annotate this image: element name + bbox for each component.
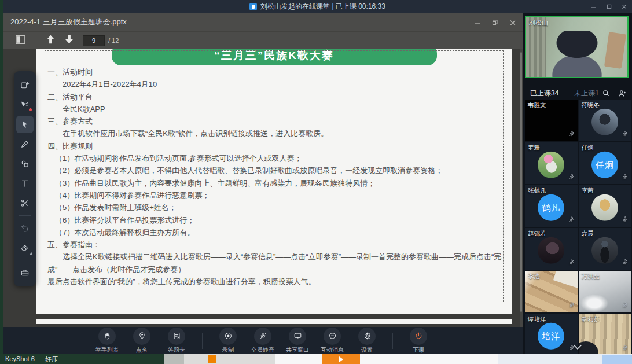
participant-tile[interactable]: 赵锦若 — [525, 228, 578, 270]
card-icon — [168, 328, 185, 345]
chat-icon — [324, 328, 341, 345]
power-icon — [410, 328, 427, 345]
page-down-icon[interactable] — [65, 35, 74, 46]
os-titlebar: 刘松山发起的在线课堂 | 已上课 00:16:33 — [3, 0, 632, 13]
toolbar-button-label: 全员静音 — [251, 346, 274, 354]
undo-icon[interactable] — [16, 219, 34, 237]
power-button[interactable]: 下课 — [401, 328, 436, 354]
toolbar-button-label: 答题卡 — [168, 346, 185, 354]
hand-button[interactable]: 举手列表 — [90, 328, 124, 354]
participant-name: 袁晨 — [582, 230, 594, 238]
doc-minimize-icon[interactable] — [475, 18, 480, 28]
mic-muted-icon — [622, 129, 629, 139]
slide-text-line: （7）本次活动最终解释权归主办方所有。 — [47, 226, 505, 238]
pen-icon[interactable] — [16, 135, 34, 153]
tab-online[interactable]: 已上课34 — [530, 89, 558, 98]
page-up-icon[interactable] — [46, 35, 55, 46]
teacher-video[interactable]: 刘松山 — [525, 16, 629, 78]
keyshot-taskbar-window: KeyShot 6 好压 — [0, 354, 164, 364]
avatar: 任炯 — [591, 152, 618, 178]
participant-tile[interactable]: 李浩 — [525, 271, 578, 312]
mic-off-button[interactable]: 全员静音 — [245, 328, 280, 354]
chat-button[interactable]: 互动消息 — [315, 328, 350, 354]
slide-text-line: 一、活动时间 — [47, 66, 505, 78]
page-total-label: / 12 — [108, 37, 119, 44]
avatar: 鹤凡 — [538, 194, 564, 221]
haozip-label: 好压 — [45, 355, 58, 364]
participant-tile[interactable]: 李茜 — [579, 185, 631, 227]
participant-name: 万洪喆 — [582, 273, 600, 281]
scissors-icon[interactable] — [16, 194, 34, 212]
page-number-input[interactable]: 9 — [83, 35, 105, 46]
slide-text-line: （4）比赛期间不得对参赛作品进行恶意刷票； — [47, 189, 505, 201]
toolbar-button-label: 录制 — [222, 346, 234, 354]
participant-tile[interactable]: 韦胜文 — [525, 100, 578, 141]
slide-text-line: 三、参赛方式 — [47, 115, 505, 127]
mic-muted-icon — [568, 300, 575, 311]
doc-restore-icon[interactable] — [492, 18, 498, 28]
toolbar-button-label: 举手列表 — [95, 346, 119, 354]
doc-close-icon[interactable] — [510, 18, 516, 28]
search-icon[interactable] — [602, 89, 610, 97]
slide-text-line: 在手机软件应用市场下载“全民K歌”软件，点击识别链接或推送，进入比赛歌房。 — [47, 127, 505, 139]
toolbox-icon[interactable] — [16, 264, 34, 281]
eraser-icon[interactable] — [16, 239, 34, 256]
screen-button[interactable]: 共享窗口 — [280, 328, 315, 354]
titlebar-text: 刘松山发起的在线课堂 | 已上课 00:16:33 — [260, 2, 385, 12]
record-button[interactable]: 录制 — [211, 328, 245, 354]
tab-offline[interactable]: 未上课1 — [574, 89, 599, 98]
mic-muted-icon — [568, 258, 575, 268]
cursor-icon[interactable] — [16, 116, 34, 133]
participant-name: 韦胜文 — [528, 101, 546, 109]
avatar — [591, 194, 618, 221]
mic-muted-icon — [622, 300, 629, 311]
add-file-icon[interactable] — [16, 76, 34, 94]
participant-tile[interactable]: 袁晨 — [579, 228, 631, 270]
invite-member-icon[interactable] — [618, 89, 626, 98]
slide-canvas: “三月三”民族K歌大赛 一、活动时间 2022年4月1日-2022年4月10二、… — [3, 49, 523, 327]
participant-tile[interactable]: 覃莉莎 — [579, 314, 631, 354]
participant-tile[interactable]: 万洪喆 — [579, 271, 631, 312]
slide-text-line: （5）作品发表时需附上班级+姓名； — [47, 201, 505, 214]
participant-tile[interactable]: 任炯任炯 — [579, 142, 631, 184]
participant-tile[interactable]: 张鹤凡鹤凡 — [525, 185, 578, 227]
gear-button[interactable]: 设置 — [350, 328, 384, 354]
thumbnail-pane-icon[interactable] — [16, 35, 25, 46]
background-window-strip — [164, 354, 184, 364]
pin-icon — [133, 328, 150, 345]
record-icon — [219, 328, 237, 345]
maximize-icon[interactable] — [605, 3, 612, 10]
toolbar-divider — [392, 333, 393, 349]
slide-text-line: 2022年4月1日-2022年4月10 — [47, 78, 505, 90]
participant-tile[interactable]: 符晓冬 — [579, 100, 631, 141]
toolbar-button-label: 下课 — [413, 346, 424, 354]
document-header: 2022-4-1 三月三放假主题班会.pptx — [3, 13, 523, 31]
participant-tile[interactable]: 谭培洋培洋 — [525, 314, 578, 354]
pin-button[interactable]: 点名 — [124, 328, 159, 354]
card-button[interactable]: 答题卡 — [159, 328, 194, 354]
mic-off-icon — [254, 328, 271, 345]
participant-tile[interactable]: 罗雅 — [525, 142, 578, 184]
toolbar-divider — [19, 215, 31, 216]
slide-text-line: （2）必须是参赛者本人原唱，不得由他人代替唱歌、替换已录制好歌曲或放原唱录音，一… — [47, 164, 505, 177]
avatar — [538, 237, 564, 264]
document-title: 2022-4-1 三月三放假主题班会.pptx — [10, 17, 127, 27]
laser-pointer-icon[interactable] — [16, 96, 34, 113]
keyshot-label: KeyShot 6 — [5, 355, 35, 362]
mic-muted-icon — [622, 258, 629, 268]
minimize-icon[interactable] — [590, 3, 597, 10]
mic-muted-icon — [568, 172, 575, 182]
slide-text-line: 全民K歌APP — [47, 103, 505, 115]
close-icon[interactable] — [620, 3, 627, 10]
chevron-down-icon[interactable] — [572, 343, 582, 353]
roster-tabs: 已上课34 未上课1 — [523, 87, 632, 100]
scrollbar-thumb[interactable] — [520, 52, 522, 312]
participant-name: 赵锦若 — [528, 230, 546, 238]
slide-text-line: 四、比赛规则 — [47, 140, 505, 152]
toolbar-button-label: 点名 — [136, 346, 148, 354]
text-icon[interactable] — [16, 175, 34, 192]
shapes-icon[interactable] — [16, 155, 34, 172]
mic-muted-icon — [568, 129, 575, 139]
participant-name: 任炯 — [582, 144, 594, 152]
slide-text-line: （3）作品曲目以民歌为主，内容要求健康向上、主题鲜明、富有感染力，展现各民族独特… — [47, 177, 505, 189]
